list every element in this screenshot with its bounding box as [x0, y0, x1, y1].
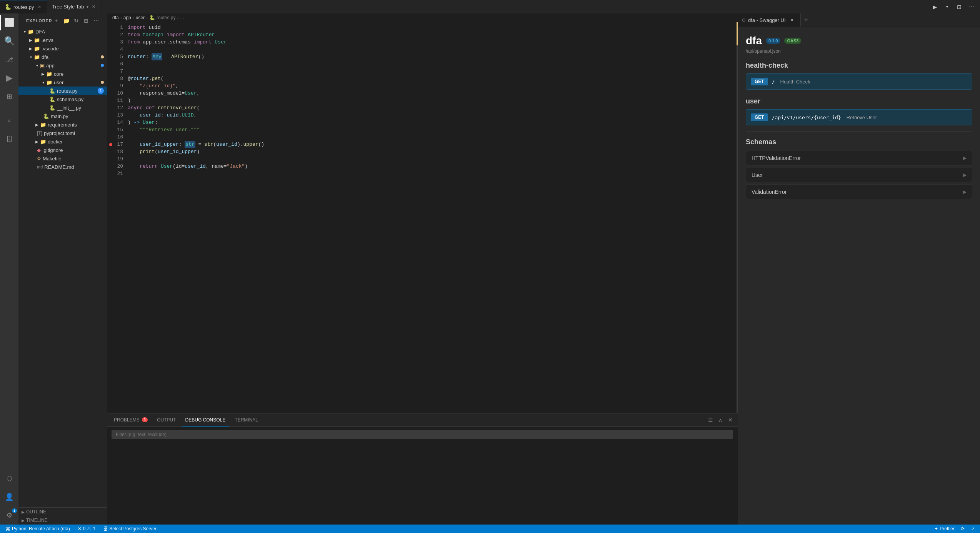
- more-actions-sidebar[interactable]: ⋯: [92, 17, 101, 25]
- main-layout: ⬜ 🔍 ⎇ ▶ ⊞ ⌖ 🗄 ⬡ 👤 ⚙ 1: [0, 13, 980, 525]
- status-right: ✦ Prettier ⟳ ↗: [933, 525, 976, 533]
- activity-extensions[interactable]: ⊞: [0, 87, 18, 106]
- tree-item-app[interactable]: ▾ ▣ app: [18, 61, 107, 70]
- tree-item-user-folder[interactable]: ▾ 📁 user: [18, 78, 107, 87]
- activity-search[interactable]: 🔍: [0, 32, 18, 50]
- swagger-endpoint-user-get[interactable]: GET /api/v1/users/{user_id} Retrieve Use…: [746, 109, 972, 125]
- tab-close-routes[interactable]: ✕: [36, 4, 42, 10]
- run-debug-icon: ▶: [6, 73, 13, 83]
- tree-item-envs[interactable]: ▶ 📁 .envs: [18, 36, 107, 44]
- tree-arrow-user-folder: ▾: [40, 78, 46, 87]
- line-num-4: 4: [113, 46, 123, 53]
- python-icon-main: 🐍: [43, 113, 49, 119]
- activity-explorer[interactable]: ⬜: [0, 13, 18, 32]
- status-db[interactable]: 🗄 Select Postgres Server: [102, 525, 158, 533]
- schema-item-user[interactable]: User ▶: [746, 168, 972, 182]
- tree-item-gitignore[interactable]: ◆ .gitignore: [18, 146, 107, 154]
- refresh-button[interactable]: ↻: [72, 17, 81, 25]
- activity-source-control[interactable]: ⎇: [0, 50, 18, 69]
- tree-item-routes-py[interactable]: 🐍 routes.py 1: [18, 87, 107, 95]
- timeline-arrow: ▶: [22, 518, 25, 523]
- tab-close-tree[interactable]: ✕: [91, 4, 97, 10]
- more-actions-button[interactable]: ⋯: [966, 2, 977, 12]
- add-browser-tab[interactable]: +: [801, 13, 812, 27]
- code-editor[interactable]: 1 2 3 4 5 6 7 8 9 10 11 12 13 14 15 16 1…: [107, 22, 738, 413]
- folder-icon-requirements: 📁: [40, 122, 46, 128]
- tree-arrow-routes: [46, 87, 49, 95]
- tree-item-docker[interactable]: ▶ 📁 docker: [18, 137, 107, 146]
- tree-item-core[interactable]: ▶ 📁 core: [18, 70, 107, 78]
- new-folder-button[interactable]: 📁: [62, 17, 71, 25]
- outline-section[interactable]: ▶ OUTLINE: [18, 508, 107, 516]
- activity-run[interactable]: ▶: [0, 69, 18, 87]
- schema-item-validation[interactable]: ValidationError ▶: [746, 185, 972, 199]
- breadcrumb-routes[interactable]: 🐍 routes.py: [149, 15, 175, 20]
- endpoint-desc-health: Health Check: [780, 79, 810, 85]
- breadcrumb-user[interactable]: user: [136, 15, 145, 20]
- tree-item-readme[interactable]: md README.md: [18, 163, 107, 171]
- line-num-21: 21: [113, 170, 123, 177]
- breadcrumb-more[interactable]: ...: [180, 15, 184, 20]
- timeline-section[interactable]: ▶ TIMELINE: [18, 516, 107, 525]
- run-dropdown[interactable]: ▾: [942, 2, 952, 12]
- breadcrumb-dfa[interactable]: dfa: [112, 15, 119, 20]
- status-share[interactable]: ↗: [969, 525, 976, 533]
- activity-account[interactable]: 👤: [0, 488, 18, 506]
- status-sync[interactable]: ⟳: [959, 525, 966, 533]
- breadcrumb: dfa › app › user › 🐍 routes.py › ...: [107, 13, 738, 22]
- activity-remote[interactable]: ⌖: [0, 112, 18, 130]
- schema-arrow-validation: ▶: [963, 189, 967, 195]
- tree-label-dfa-folder: dfa: [42, 54, 101, 60]
- panel-collapse-button[interactable]: ∧: [716, 416, 725, 424]
- tree-item-schemas-py[interactable]: 🐍 schemas.py: [18, 95, 107, 103]
- tree-item-main-py[interactable]: 🐍 main.py: [18, 112, 107, 120]
- tab-tree-style[interactable]: Tree Style Tab ▾ ✕: [47, 0, 102, 13]
- schema-item-httpvalidation[interactable]: HTTPValidationError ▶: [746, 151, 972, 165]
- panel-actions: ☰ ∧ ✕: [706, 416, 735, 424]
- tree-arrow-makefile: [34, 154, 37, 163]
- code-content[interactable]: import uuid from fastapi import APIRoute…: [126, 22, 738, 413]
- split-editor-button[interactable]: ⊡: [954, 2, 965, 12]
- status-remote[interactable]: ⌘ Python: Remote Attach (dfa): [4, 525, 72, 533]
- tab-dropdown-arrow[interactable]: ▾: [87, 5, 88, 9]
- outline-arrow: ▶: [22, 510, 25, 514]
- tree-item-pyproject[interactable]: [T] pyproject.toml: [18, 129, 107, 137]
- swagger-endpoint-health-get[interactable]: GET / Health Check: [746, 73, 972, 90]
- run-button[interactable]: ▶: [929, 2, 940, 12]
- db-icon-status: 🗄: [103, 526, 108, 531]
- status-errors[interactable]: ✕ 0 ⚠ 1: [76, 525, 97, 533]
- status-prettier[interactable]: ✦ Prettier: [933, 525, 956, 533]
- breadcrumb-app[interactable]: app: [123, 15, 131, 20]
- tree-item-requirements[interactable]: ▶ 📁 requirements: [18, 120, 107, 129]
- tree-item-dfa-folder[interactable]: ▾ 📁 dfa: [18, 53, 107, 61]
- line-num-13: 13: [113, 112, 123, 119]
- collapse-all-button[interactable]: ⊟: [82, 17, 91, 25]
- activity-database[interactable]: 🗄: [0, 130, 18, 149]
- swagger-tab[interactable]: ⊙ dfa - Swagger UI ✕: [738, 13, 801, 27]
- tree-item-makefile[interactable]: ⚙ Makefile: [18, 154, 107, 163]
- activity-testing[interactable]: ⬡: [0, 469, 18, 488]
- tree-arrow-init: [46, 103, 49, 112]
- tab-terminal[interactable]: TERMINAL: [231, 413, 262, 427]
- panel-close-button[interactable]: ✕: [726, 416, 735, 424]
- settings-icon: ⚙: [6, 511, 12, 520]
- tree-root-dfa[interactable]: ▾ 📁 DFA: [18, 27, 107, 36]
- tab-problems[interactable]: PROBLEMS 1: [110, 413, 152, 427]
- tab-routes-py[interactable]: 🐍 routes.py ✕: [0, 0, 47, 13]
- tree-label-init: __init__.py: [57, 105, 104, 111]
- tree-item-init-py[interactable]: 🐍 __init__.py: [18, 103, 107, 112]
- tree-item-vscode[interactable]: ▶ 📁 .vscode: [18, 44, 107, 53]
- activity-settings[interactable]: ⚙ 1: [0, 506, 18, 525]
- folder-icon-core: 📁: [46, 71, 52, 77]
- tab-output[interactable]: OUTPUT: [153, 413, 180, 427]
- debug-console-filter[interactable]: [112, 430, 733, 439]
- swagger-section-health: health-check: [746, 62, 972, 70]
- folder-icon-docker: 📁: [40, 139, 46, 145]
- tree-arrow-app: ▾: [34, 61, 40, 70]
- tab-debug-console[interactable]: DEBUG CONSOLE: [182, 413, 230, 427]
- minimap-area: [737, 22, 738, 413]
- panel-filter-button[interactable]: ☰: [706, 416, 715, 424]
- tree-label-requirements: requirements: [48, 122, 104, 128]
- swagger-tab-close[interactable]: ✕: [788, 16, 797, 24]
- new-file-button[interactable]: +: [52, 17, 61, 25]
